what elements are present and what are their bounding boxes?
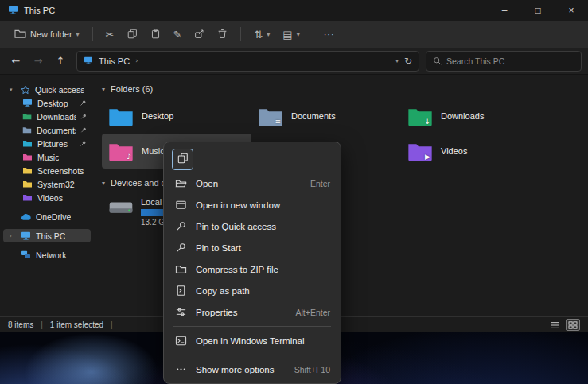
sort-button[interactable]: ⇅ ▾ — [249, 25, 275, 44]
sidebar-item-documents[interactable]: Documents — [3, 123, 91, 137]
view-toggles — [548, 319, 580, 331]
sidebar-item-screenshots[interactable]: Screenshots — [3, 164, 91, 177]
sidebar-item-pictures[interactable]: Pictures — [3, 137, 91, 150]
delete-button[interactable] — [212, 25, 232, 44]
maximize-button[interactable]: □ — [521, 0, 555, 21]
chevron-right-icon[interactable]: › — [135, 57, 138, 64]
up-button[interactable]: ↑ — [51, 52, 70, 71]
search-input[interactable] — [446, 56, 574, 66]
copy-icon — [127, 29, 138, 41]
open-icon — [174, 177, 187, 189]
close-button[interactable]: × — [555, 0, 588, 21]
refresh-icon[interactable]: ↻ — [404, 56, 412, 67]
copy-button[interactable] — [123, 25, 142, 44]
paste-icon — [150, 29, 161, 41]
documents-folder-icon — [22, 126, 32, 134]
pin-icon — [80, 113, 87, 120]
sidebar-item-label: Screenshots — [37, 166, 84, 176]
chevron-down-icon: ▾ — [102, 180, 105, 187]
pictures-folder-icon — [22, 139, 33, 148]
this-pc-monitor-icon — [21, 231, 31, 240]
videos-folder-icon — [22, 193, 33, 202]
pin-icon — [174, 220, 187, 232]
sidebar-item-desktop[interactable]: Desktop — [3, 96, 91, 110]
chevron-down-icon: ▾ — [10, 87, 16, 93]
sidebar-item-music[interactable]: Music — [3, 150, 91, 164]
context-menu-icon-row — [167, 145, 337, 173]
sidebar-item-downloads[interactable]: Downloads — [3, 110, 91, 123]
sidebar-item-onedrive[interactable]: OneDrive — [3, 210, 91, 223]
menu-separator — [173, 326, 331, 327]
toolbar-divider — [240, 27, 241, 41]
share-button[interactable] — [189, 25, 209, 44]
paste-button[interactable] — [146, 25, 165, 44]
view-button[interactable]: ▤ ▾ — [278, 25, 304, 44]
sidebar-item-label: Quick access — [35, 85, 84, 95]
onedrive-cloud-icon — [21, 213, 31, 221]
menu-item-pin-to-start[interactable]: Pin to Start — [167, 237, 337, 258]
network-icon — [21, 250, 31, 259]
details-view-button[interactable] — [548, 319, 563, 331]
status-divider: | — [111, 320, 113, 329]
folder-tile-videos[interactable]: ▶ Videos — [401, 134, 551, 169]
rename-button[interactable]: ✎ — [169, 25, 187, 44]
menu-separator — [173, 355, 331, 355]
sidebar-item-this-pc[interactable]: › This PC — [3, 229, 91, 242]
chevron-down-icon: ▾ — [297, 31, 300, 38]
menu-item-compress-to-zip[interactable]: Compress to ZIP file — [167, 258, 337, 280]
minimize-button[interactable]: – — [488, 0, 521, 21]
terminal-icon — [174, 335, 187, 347]
address-bar[interactable]: This PC › ▾ ↻ — [76, 51, 419, 72]
downloads-folder-icon — [22, 112, 32, 121]
breadcrumb[interactable]: This PC — [99, 56, 130, 66]
sidebar-item-quick-access[interactable]: ▾ Quick access — [3, 83, 91, 96]
folders-header-label: Folders (6) — [111, 84, 153, 94]
folder-tile-desktop[interactable]: Desktop — [102, 99, 251, 134]
see-more-button[interactable]: ··· — [319, 26, 340, 42]
menu-item-pin-to-quick-access[interactable]: Pin to Quick access — [167, 215, 337, 237]
sidebar-item-label: Documents — [37, 126, 76, 135]
sidebar-item-label: Network — [36, 250, 67, 260]
pin-icon — [80, 140, 87, 147]
zip-icon — [174, 263, 187, 275]
music-folder-icon — [22, 153, 33, 161]
copy-button[interactable] — [172, 149, 193, 170]
menu-item-open-in-new-window[interactable]: Open in new window — [167, 194, 337, 215]
chevron-right-icon: › — [10, 233, 16, 239]
menu-item-properties[interactable]: Properties Alt+Enter — [167, 301, 337, 323]
sidebar-item-label: OneDrive — [36, 212, 71, 222]
folders-section-header[interactable]: ▾ Folders (6) — [102, 81, 588, 97]
sidebar-item-label: This PC — [36, 231, 65, 241]
address-dropdown-chevron-icon[interactable]: ▾ — [395, 57, 399, 64]
sidebar-item-label: Downloads — [37, 112, 75, 122]
selected-count: 1 item selected — [50, 320, 103, 329]
trash-icon — [217, 29, 228, 41]
sidebar-item-system32[interactable]: System32 — [3, 177, 91, 191]
status-divider: | — [41, 320, 43, 329]
rename-icon: ✎ — [173, 29, 182, 41]
new-folder-button[interactable]: New folder ▾ — [10, 25, 84, 44]
folder-tile-label: Music — [142, 146, 165, 156]
menu-item-open[interactable]: Open Enter — [167, 173, 337, 194]
breadcrumb-monitor-icon — [84, 56, 93, 66]
forward-button[interactable]: → — [29, 52, 48, 71]
titlebar: This PC – □ × — [0, 0, 588, 21]
share-icon — [194, 29, 204, 41]
large-icons-view-button[interactable] — [566, 319, 580, 331]
view-icon: ▤ — [282, 29, 292, 41]
folder-tile-documents[interactable]: ≡ Documents — [251, 99, 401, 134]
cut-button[interactable]: ✂ — [101, 25, 119, 44]
back-button[interactable]: ← — [6, 52, 25, 71]
sort-icon: ⇅ — [254, 29, 263, 41]
menu-item-open-in-windows-terminal[interactable]: Open in Windows Terminal — [167, 330, 337, 351]
sidebar-item-label: Desktop — [37, 99, 68, 108]
sidebar-item-network[interactable]: Network — [3, 248, 91, 262]
menu-item-copy-as-path[interactable]: Copy as path — [167, 280, 337, 301]
sidebar-item-videos[interactable]: Videos — [3, 191, 91, 204]
sidebar-item-label: Videos — [37, 193, 63, 203]
menu-item-show-more-options[interactable]: Show more options Shift+F10 — [167, 359, 337, 380]
item-count: 8 items — [8, 320, 33, 329]
folder-tile-downloads[interactable]: ↓ Downloads — [401, 99, 551, 134]
folder-tile-label: Desktop — [142, 111, 173, 121]
search-box[interactable] — [426, 51, 582, 72]
